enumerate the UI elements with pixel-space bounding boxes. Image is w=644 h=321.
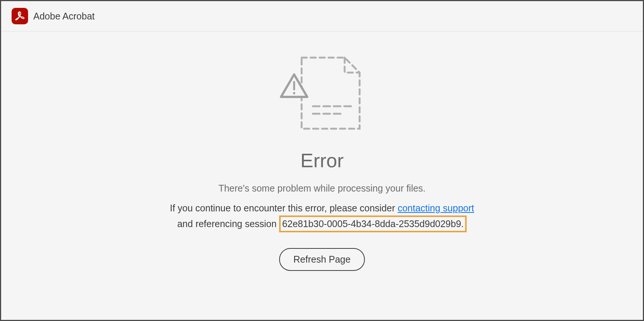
adobe-acrobat-icon: [12, 8, 28, 24]
error-subtitle: There's some problem while processing yo…: [219, 183, 426, 194]
error-detail-text: If you continue to encounter this error,…: [169, 201, 476, 232]
error-content: Error There's some problem while process…: [1, 31, 643, 271]
error-detail-middle: and referencing session: [177, 218, 279, 229]
session-id-highlight: 62e81b30-0005-4b34-8dda-2535d9d029b9.: [279, 215, 467, 233]
app-header: Adobe Acrobat: [1, 1, 643, 31]
contact-support-link[interactable]: contacting support: [398, 203, 474, 213]
error-heading: Error: [300, 149, 344, 172]
error-detail-prefix: If you continue to encounter this error,…: [170, 203, 398, 213]
refresh-page-button[interactable]: Refresh Page: [279, 248, 365, 271]
svg-point-3: [293, 92, 295, 94]
app-title: Adobe Acrobat: [33, 11, 95, 22]
error-document-icon: [274, 52, 371, 134]
